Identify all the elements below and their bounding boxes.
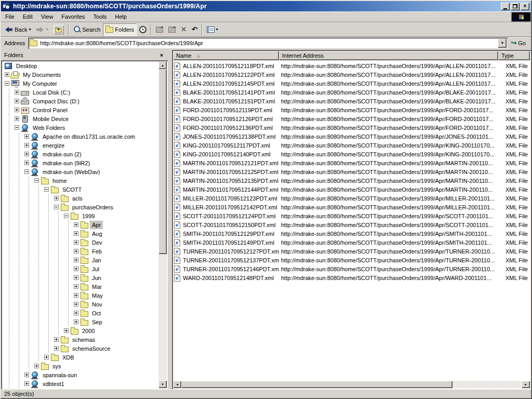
address-dropdown-button[interactable]: ▼ [498, 38, 507, 48]
file-row[interactable]: BLAKE-2001101709512151PDT.xmlhttp://mdra… [173, 97, 530, 105]
expand-toggle-icon[interactable] [74, 222, 78, 227]
tree-item[interactable]: purchaseOrders [2, 203, 158, 211]
file-row[interactable]: WARD-2001101709512148PDT.xmlhttp://mdrak… [173, 273, 530, 282]
file-row[interactable]: SMITH-2001101709512149PDT.xmlhttp://mdra… [173, 238, 530, 247]
views-dropdown-icon[interactable]: ▾ [216, 28, 218, 32]
menu-tools[interactable]: Tools [89, 11, 111, 22]
tree-item[interactable]: My Computer [2, 79, 158, 88]
tree-item[interactable]: sys [2, 362, 158, 370]
tree-item[interactable]: Desktop [2, 61, 158, 70]
folders-pane-close-button[interactable]: × [157, 51, 166, 59]
collapse-toggle-icon[interactable] [5, 81, 9, 86]
expand-toggle-icon[interactable] [24, 161, 29, 165]
file-row[interactable]: KING-2001101709512117PDT.xmlhttp://mdrak… [173, 141, 530, 150]
scroll-down-button[interactable]: ▼ [158, 380, 167, 388]
expand-toggle-icon[interactable] [74, 320, 78, 324]
expand-toggle-icon[interactable] [24, 134, 29, 139]
tree-item[interactable]: Web Folders [2, 123, 158, 132]
column-header-internet-address[interactable]: Internet Address [279, 51, 498, 60]
file-row[interactable]: TURNER-2001101709512127PDT.xmlhttp://mdr… [173, 247, 530, 256]
expand-toggle-icon[interactable] [15, 99, 19, 103]
expand-toggle-icon[interactable] [15, 108, 19, 112]
expand-toggle-icon[interactable] [74, 284, 78, 289]
file-row[interactable]: MARTIN-2001101709512135PDT.xmlhttp://mdr… [173, 176, 530, 185]
tree-item[interactable]: energize [2, 141, 158, 150]
file-row[interactable]: FORD-2001101709512136PDT.xmlhttp://mdrak… [173, 123, 530, 132]
expand-toggle-icon[interactable] [54, 346, 59, 351]
expand-toggle-icon[interactable] [74, 275, 78, 280]
file-row[interactable]: MARTIN-2001101709512125PDT.xmlhttp://mdr… [173, 167, 530, 176]
expand-toggle-icon[interactable] [74, 258, 78, 262]
delete-button[interactable]: ✕ [178, 23, 189, 36]
tree-item[interactable]: schemaSource [2, 344, 158, 353]
tree-item[interactable]: Jun [2, 273, 158, 282]
tree-item[interactable]: spannala-sun [2, 370, 158, 379]
scroll-left-button[interactable]: ◄ [173, 381, 181, 388]
go-button[interactable]: ↪ Go [508, 37, 529, 49]
scrollbar-thumb[interactable] [181, 381, 453, 388]
expand-toggle-icon[interactable] [24, 152, 29, 156]
file-row[interactable]: FORD-2001101709512119PDT.xmlhttp://mdrak… [173, 105, 530, 114]
tree-item[interactable]: May [2, 291, 158, 300]
file-row[interactable]: SCOTT-2001101709512124PDT.xmlhttp://mdra… [173, 211, 530, 220]
tree-item[interactable]: Local Disk (C:) [2, 88, 158, 97]
up-button[interactable] [51, 23, 66, 36]
expand-toggle-icon[interactable] [44, 355, 49, 360]
collapse-toggle-icon[interactable] [15, 125, 19, 130]
file-row[interactable]: TURNER-2001101709512146PDT.xmlhttp://mdr… [173, 264, 530, 273]
tree-item[interactable]: Control Panel [2, 105, 158, 114]
views-button[interactable]: ▾ [204, 23, 221, 36]
expand-toggle-icon[interactable] [74, 249, 78, 254]
expand-toggle-icon[interactable] [15, 116, 19, 121]
file-row[interactable]: FORD-2001101709512126PDT.xmlhttp://mdrak… [173, 114, 530, 123]
tree-item[interactable]: Sep [2, 317, 158, 326]
tree-item[interactable]: XDB [2, 353, 158, 362]
tree-item[interactable]: 1999 [2, 211, 158, 220]
tree-item[interactable]: Apr [2, 220, 158, 229]
tree-item[interactable]: Mobile Device [2, 114, 158, 123]
tree-item[interactable]: Apache on dlsun1731.us.oracle.com [2, 132, 158, 141]
tree-item[interactable]: acls [2, 194, 158, 203]
file-row[interactable]: MARTIN-2001101709512121PDT.xmlhttp://mdr… [173, 158, 530, 167]
collapse-toggle-icon[interactable] [54, 205, 59, 209]
expand-toggle-icon[interactable] [24, 381, 29, 386]
expand-toggle-icon[interactable] [64, 328, 69, 333]
tree-item[interactable]: mdrake-sun (2) [2, 150, 158, 158]
expand-toggle-icon[interactable] [54, 337, 59, 342]
tree-item[interactable]: SCOTT [2, 185, 158, 194]
tree-item[interactable]: Dev [2, 238, 158, 247]
collapse-toggle-icon[interactable] [44, 187, 49, 192]
collapse-toggle-icon[interactable] [34, 178, 39, 183]
file-row[interactable]: ALLEN-2001101709512118PDT.xmlhttp://mdra… [173, 61, 530, 70]
pane-splitter[interactable] [168, 50, 172, 389]
file-row[interactable]: MARTIN-2001101709512144PDT.xmlhttp://mdr… [173, 185, 530, 194]
minimize-button[interactable] [501, 3, 510, 10]
list-horizontal-scrollbar[interactable]: ◄ ► [173, 381, 530, 388]
expand-toggle-icon[interactable] [74, 231, 78, 236]
expand-toggle-icon[interactable] [74, 267, 78, 271]
tree-item[interactable]: Jan [2, 256, 158, 264]
close-button[interactable]: × [521, 3, 529, 10]
forward-button[interactable]: ▾ [33, 23, 50, 36]
folders-button[interactable]: Folders [103, 23, 137, 36]
menu-help[interactable]: Help [111, 11, 131, 22]
tree-item[interactable]: Oct [2, 309, 158, 317]
tree-item[interactable]: Nov [2, 300, 158, 309]
file-row[interactable]: SMITH-2001101709512129PDT.xmlhttp://mdra… [173, 229, 530, 238]
menu-file[interactable]: File [1, 11, 19, 22]
expand-toggle-icon[interactable] [54, 196, 59, 201]
expand-toggle-icon[interactable] [24, 373, 29, 377]
file-row[interactable]: BLAKE-2001101709512141PDT.xmlhttp://mdra… [173, 88, 530, 97]
back-button[interactable]: Back ▾ [2, 23, 33, 36]
forward-dropdown-icon[interactable]: ▾ [46, 28, 48, 32]
expand-toggle-icon[interactable] [74, 293, 78, 298]
tree-item[interactable]: 2000 [2, 326, 158, 335]
menu-edit[interactable]: Edit [19, 11, 37, 22]
file-row[interactable]: JONES-2001101709512138PDT.xmlhttp://mdra… [173, 132, 530, 141]
history-button[interactable] [137, 23, 149, 36]
scrollbar-track[interactable] [453, 381, 522, 388]
tree-item[interactable]: Jul [2, 264, 158, 273]
file-row[interactable]: ALLEN-2001101709512145PDT.xmlhttp://mdra… [173, 79, 530, 88]
collapse-toggle-icon[interactable] [24, 169, 29, 174]
move-to-button[interactable] [153, 23, 166, 36]
